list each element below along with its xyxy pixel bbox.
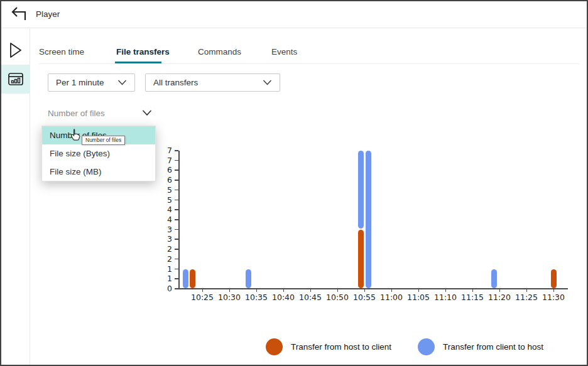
- y-axis-tick-label: 4: [155, 215, 172, 224]
- metric-dropdown-value: Number of files: [48, 109, 105, 118]
- x-axis-tick: [256, 289, 258, 292]
- bar-segment-client_to_host[interactable]: [358, 151, 364, 229]
- legend-dot-blue: [418, 338, 435, 355]
- bar-segment-client_to_host[interactable]: [183, 269, 188, 288]
- y-axis-tick-label: 7: [155, 156, 172, 165]
- x-axis-tick-label: 10:25: [188, 293, 216, 302]
- legend-label: Transfer from client to host: [443, 342, 543, 352]
- x-axis-tick: [391, 289, 393, 292]
- bar-segment-client_to_host[interactable]: [246, 269, 251, 288]
- x-axis-tick: [499, 289, 501, 292]
- bar-segment-host_to_client[interactable]: [190, 269, 195, 288]
- chart-legend: Transfer from host to client Transfer fr…: [266, 338, 543, 355]
- top-bar: Player: [1, 1, 587, 28]
- y-axis-tick: [175, 209, 178, 210]
- metric-dropdown-menu: Number of files File size (Bytes) File s…: [41, 126, 156, 181]
- metric-dropdown[interactable]: Number of files: [48, 106, 152, 120]
- y-axis-tick: [175, 180, 178, 181]
- y-axis-tick: [175, 190, 178, 191]
- y-axis-tick-label: 1: [155, 264, 172, 274]
- legend-label: Transfer from host to client: [291, 342, 391, 352]
- cursor-hand-icon: [70, 129, 81, 144]
- play-icon: [8, 41, 23, 59]
- legend-dot-orange: [266, 338, 283, 355]
- y-axis-tick: [175, 150, 178, 151]
- interval-dropdown[interactable]: Per 1 minute: [48, 73, 135, 92]
- x-axis-tick-label: 10:40: [270, 293, 297, 302]
- x-axis-tick-label: 11:00: [378, 293, 405, 302]
- x-axis-tick: [445, 289, 447, 292]
- x-axis-tick-label: 11:25: [513, 293, 540, 302]
- y-axis-tick-label: 2: [155, 254, 172, 264]
- back-arrow-icon: [9, 7, 28, 23]
- y-axis-tick-label: 5: [155, 195, 172, 205]
- y-axis-tick: [175, 249, 178, 250]
- y-axis-tick-label: 2: [155, 244, 172, 254]
- x-axis-tick: [337, 289, 339, 292]
- y-axis-tick-label: 3: [155, 225, 172, 234]
- x-axis-tick: [526, 289, 528, 292]
- chevron-down-icon: [263, 80, 272, 85]
- y-axis-tick: [175, 219, 178, 220]
- y-axis-tick-label: 6: [155, 175, 172, 185]
- y-axis-tick: [175, 269, 178, 270]
- x-axis-tick-label: 11:05: [405, 293, 432, 302]
- back-button[interactable]: [9, 7, 28, 23]
- bar-segment-client_to_host[interactable]: [491, 269, 497, 288]
- x-axis-tick-label: 11:20: [486, 293, 513, 302]
- x-axis-tick: [418, 289, 420, 292]
- chevron-down-icon: [142, 110, 152, 116]
- bar-segment-client_to_host[interactable]: [366, 151, 371, 288]
- y-axis-tick: [175, 160, 178, 161]
- interval-dropdown-value: Per 1 minute: [56, 78, 104, 87]
- x-axis-tick: [229, 289, 231, 292]
- y-axis-tick-label: 5: [155, 185, 172, 195]
- x-axis-tick: [364, 289, 366, 292]
- x-axis-tick: [310, 289, 312, 292]
- sidebar: [1, 29, 30, 365]
- y-axis-tick-label: 4: [155, 205, 172, 214]
- x-axis-tick: [283, 289, 285, 292]
- y-axis-tick-label: 3: [155, 234, 172, 244]
- sidebar-item-playback[interactable]: [1, 36, 30, 65]
- tab-events[interactable]: Events: [271, 47, 297, 57]
- x-axis-tick-label: 11:30: [540, 293, 567, 302]
- x-axis-tick: [472, 289, 474, 292]
- bar-segment-host_to_client[interactable]: [358, 230, 364, 288]
- y-axis-tick: [175, 170, 178, 171]
- y-axis-tick: [175, 278, 178, 279]
- x-axis-tick: [202, 289, 204, 292]
- y-axis-tick: [175, 239, 178, 240]
- bar-segment-host_to_client[interactable]: [551, 269, 557, 288]
- x-axis-tick-label: 10:45: [297, 293, 324, 302]
- tab-commands[interactable]: Commands: [198, 47, 241, 57]
- legend-entry-client-to-host: Transfer from client to host: [418, 338, 543, 355]
- chevron-down-icon: [117, 80, 127, 85]
- y-axis-tick: [175, 259, 178, 260]
- y-axis-tick-label: 1: [155, 274, 172, 283]
- player-window: Player Screen time File transfers Comman…: [0, 0, 588, 366]
- menu-item-tooltip: Number of files: [82, 136, 125, 145]
- x-axis-tick-label: 10:55: [351, 293, 378, 302]
- x-axis-line: [178, 288, 568, 289]
- x-axis-tick: [553, 289, 555, 292]
- transfer-type-dropdown[interactable]: All transfers: [145, 73, 280, 92]
- page-title: Player: [36, 9, 60, 19]
- menu-item-file-size-bytes[interactable]: File size (Bytes): [42, 144, 155, 163]
- y-axis-tick-label: 0: [155, 284, 172, 293]
- tab-file-transfers[interactable]: File transfers: [116, 47, 170, 57]
- tab-screen-time[interactable]: Screen time: [39, 47, 84, 57]
- menu-item-file-size-mb[interactable]: File size (MB): [42, 163, 155, 181]
- stats-icon: [8, 72, 24, 87]
- sidebar-item-statistics[interactable]: [1, 65, 30, 94]
- y-axis-tick-label: 6: [155, 165, 172, 175]
- x-axis-tick-label: 11:10: [432, 293, 459, 302]
- y-axis-tick: [175, 288, 178, 289]
- y-axis-line: [178, 151, 180, 289]
- x-axis-tick-label: 10:30: [215, 293, 243, 302]
- x-axis-tick-label: 10:50: [324, 293, 351, 302]
- legend-entry-host-to-client: Transfer from host to client: [266, 338, 391, 355]
- y-axis-tick-label: 7: [155, 146, 172, 155]
- x-axis-tick-label: 11:15: [459, 293, 486, 302]
- x-axis-tick-label: 10:35: [242, 293, 270, 302]
